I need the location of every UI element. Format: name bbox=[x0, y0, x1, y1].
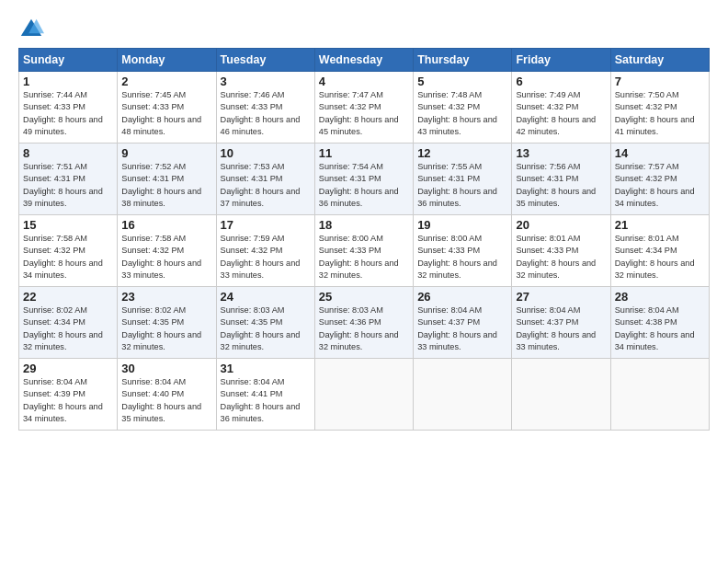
day-number: 23 bbox=[121, 290, 211, 304]
day-number: 15 bbox=[23, 218, 113, 232]
day-info: Sunrise: 7:58 AMSunset: 4:32 PMDaylight:… bbox=[121, 234, 201, 280]
day-number: 26 bbox=[417, 290, 507, 304]
day-info: Sunrise: 7:48 AMSunset: 4:32 PMDaylight:… bbox=[417, 90, 497, 136]
weekday-header-row: SundayMondayTuesdayWednesdayThursdayFrid… bbox=[19, 49, 710, 72]
day-info: Sunrise: 8:04 AMSunset: 4:37 PMDaylight:… bbox=[516, 305, 596, 351]
calendar-cell: 6 Sunrise: 7:49 AMSunset: 4:32 PMDayligh… bbox=[512, 72, 610, 144]
day-info: Sunrise: 8:04 AMSunset: 4:41 PMDaylight:… bbox=[221, 377, 301, 423]
calendar-cell: 9 Sunrise: 7:52 AMSunset: 4:31 PMDayligh… bbox=[118, 144, 216, 215]
calendar-cell: 3 Sunrise: 7:46 AMSunset: 4:33 PMDayligh… bbox=[216, 72, 314, 144]
day-number: 2 bbox=[121, 75, 211, 88]
calendar-cell: 28 Sunrise: 8:04 AMSunset: 4:38 PMDaylig… bbox=[610, 287, 709, 359]
day-info: Sunrise: 8:04 AMSunset: 4:40 PMDaylight:… bbox=[121, 377, 201, 423]
logo bbox=[18, 17, 47, 42]
calendar-cell: 31 Sunrise: 8:04 AMSunset: 4:41 PMDaylig… bbox=[216, 359, 314, 431]
day-number: 30 bbox=[121, 362, 211, 375]
day-info: Sunrise: 7:45 AMSunset: 4:33 PMDaylight:… bbox=[121, 90, 201, 136]
calendar-cell: 13 Sunrise: 7:56 AMSunset: 4:31 PMDaylig… bbox=[512, 144, 610, 215]
day-number: 20 bbox=[516, 218, 606, 232]
day-number: 12 bbox=[417, 146, 507, 160]
day-info: Sunrise: 7:49 AMSunset: 4:32 PMDaylight:… bbox=[516, 90, 596, 136]
calendar-cell bbox=[512, 359, 610, 431]
day-number: 9 bbox=[121, 146, 211, 160]
day-info: Sunrise: 7:47 AMSunset: 4:32 PMDaylight:… bbox=[319, 90, 399, 136]
calendar-cell bbox=[314, 359, 413, 431]
day-info: Sunrise: 7:54 AMSunset: 4:31 PMDaylight:… bbox=[319, 162, 399, 208]
calendar-cell: 20 Sunrise: 8:01 AMSunset: 4:33 PMDaylig… bbox=[512, 215, 610, 287]
day-info: Sunrise: 7:53 AMSunset: 4:31 PMDaylight:… bbox=[221, 162, 301, 208]
calendar-cell: 11 Sunrise: 7:54 AMSunset: 4:31 PMDaylig… bbox=[314, 144, 413, 215]
calendar-cell: 30 Sunrise: 8:04 AMSunset: 4:40 PMDaylig… bbox=[118, 359, 216, 431]
day-info: Sunrise: 8:04 AMSunset: 4:38 PMDaylight:… bbox=[615, 305, 695, 351]
calendar-cell: 23 Sunrise: 8:02 AMSunset: 4:35 PMDaylig… bbox=[118, 287, 216, 359]
calendar-cell: 14 Sunrise: 7:57 AMSunset: 4:32 PMDaylig… bbox=[610, 144, 709, 215]
day-info: Sunrise: 8:03 AMSunset: 4:36 PMDaylight:… bbox=[319, 305, 399, 351]
day-info: Sunrise: 8:02 AMSunset: 4:34 PMDaylight:… bbox=[23, 305, 103, 351]
day-info: Sunrise: 7:51 AMSunset: 4:31 PMDaylight:… bbox=[23, 162, 103, 208]
weekday-header-wednesday: Wednesday bbox=[314, 49, 413, 72]
calendar-cell: 18 Sunrise: 8:00 AMSunset: 4:33 PMDaylig… bbox=[314, 215, 413, 287]
day-number: 17 bbox=[221, 218, 311, 232]
day-number: 8 bbox=[23, 146, 113, 160]
calendar-cell: 17 Sunrise: 7:59 AMSunset: 4:32 PMDaylig… bbox=[216, 215, 314, 287]
day-number: 10 bbox=[221, 146, 311, 160]
week-row-5: 29 Sunrise: 8:04 AMSunset: 4:39 PMDaylig… bbox=[19, 359, 710, 431]
day-number: 21 bbox=[615, 218, 705, 232]
day-info: Sunrise: 7:55 AMSunset: 4:31 PMDaylight:… bbox=[417, 162, 497, 208]
header bbox=[18, 17, 710, 42]
calendar-cell: 16 Sunrise: 7:58 AMSunset: 4:32 PMDaylig… bbox=[118, 215, 216, 287]
day-info: Sunrise: 8:00 AMSunset: 4:33 PMDaylight:… bbox=[417, 234, 497, 280]
day-info: Sunrise: 7:56 AMSunset: 4:31 PMDaylight:… bbox=[516, 162, 596, 208]
day-number: 16 bbox=[121, 218, 211, 232]
day-number: 4 bbox=[319, 75, 409, 88]
day-number: 1 bbox=[23, 75, 113, 88]
calendar-cell: 10 Sunrise: 7:53 AMSunset: 4:31 PMDaylig… bbox=[216, 144, 314, 215]
day-number: 19 bbox=[417, 218, 507, 232]
day-number: 27 bbox=[516, 290, 606, 304]
day-number: 11 bbox=[319, 146, 409, 160]
calendar-cell: 29 Sunrise: 8:04 AMSunset: 4:39 PMDaylig… bbox=[19, 359, 118, 431]
calendar-cell: 8 Sunrise: 7:51 AMSunset: 4:31 PMDayligh… bbox=[19, 144, 118, 215]
calendar-cell: 21 Sunrise: 8:01 AMSunset: 4:34 PMDaylig… bbox=[610, 215, 709, 287]
logo-icon bbox=[18, 17, 44, 42]
day-number: 22 bbox=[23, 290, 113, 304]
day-number: 24 bbox=[221, 290, 311, 304]
calendar-cell: 26 Sunrise: 8:04 AMSunset: 4:37 PMDaylig… bbox=[414, 287, 512, 359]
calendar-cell: 15 Sunrise: 7:58 AMSunset: 4:32 PMDaylig… bbox=[19, 215, 118, 287]
day-info: Sunrise: 8:03 AMSunset: 4:35 PMDaylight:… bbox=[221, 305, 301, 351]
day-info: Sunrise: 7:57 AMSunset: 4:32 PMDaylight:… bbox=[615, 162, 695, 208]
weekday-header-sunday: Sunday bbox=[19, 49, 118, 72]
calendar-cell: 24 Sunrise: 8:03 AMSunset: 4:35 PMDaylig… bbox=[216, 287, 314, 359]
weekday-header-monday: Monday bbox=[118, 49, 216, 72]
calendar-cell: 27 Sunrise: 8:04 AMSunset: 4:37 PMDaylig… bbox=[512, 287, 610, 359]
calendar-cell: 25 Sunrise: 8:03 AMSunset: 4:36 PMDaylig… bbox=[314, 287, 413, 359]
calendar-cell: 22 Sunrise: 8:02 AMSunset: 4:34 PMDaylig… bbox=[19, 287, 118, 359]
weekday-header-friday: Friday bbox=[512, 49, 610, 72]
weekday-header-saturday: Saturday bbox=[610, 49, 709, 72]
weekday-header-thursday: Thursday bbox=[414, 49, 512, 72]
day-number: 3 bbox=[221, 75, 311, 88]
day-number: 31 bbox=[221, 362, 311, 375]
day-info: Sunrise: 7:46 AMSunset: 4:33 PMDaylight:… bbox=[221, 90, 301, 136]
calendar-table: SundayMondayTuesdayWednesdayThursdayFrid… bbox=[18, 48, 710, 431]
day-number: 5 bbox=[417, 75, 507, 88]
day-info: Sunrise: 7:44 AMSunset: 4:33 PMDaylight:… bbox=[23, 90, 103, 136]
day-info: Sunrise: 7:59 AMSunset: 4:32 PMDaylight:… bbox=[221, 234, 301, 280]
day-info: Sunrise: 8:01 AMSunset: 4:33 PMDaylight:… bbox=[516, 234, 596, 280]
day-info: Sunrise: 7:58 AMSunset: 4:32 PMDaylight:… bbox=[23, 234, 103, 280]
day-number: 25 bbox=[319, 290, 409, 304]
day-info: Sunrise: 7:50 AMSunset: 4:32 PMDaylight:… bbox=[615, 90, 695, 136]
calendar-cell: 19 Sunrise: 8:00 AMSunset: 4:33 PMDaylig… bbox=[414, 215, 512, 287]
weekday-header-tuesday: Tuesday bbox=[216, 49, 314, 72]
day-number: 6 bbox=[516, 75, 606, 88]
week-row-4: 22 Sunrise: 8:02 AMSunset: 4:34 PMDaylig… bbox=[19, 287, 710, 359]
day-number: 28 bbox=[615, 290, 705, 304]
day-info: Sunrise: 8:04 AMSunset: 4:39 PMDaylight:… bbox=[23, 377, 103, 423]
week-row-2: 8 Sunrise: 7:51 AMSunset: 4:31 PMDayligh… bbox=[19, 144, 710, 215]
calendar-cell: 2 Sunrise: 7:45 AMSunset: 4:33 PMDayligh… bbox=[118, 72, 216, 144]
day-number: 29 bbox=[23, 362, 113, 375]
day-info: Sunrise: 8:02 AMSunset: 4:35 PMDaylight:… bbox=[121, 305, 201, 351]
calendar-cell bbox=[610, 359, 709, 431]
calendar-cell: 4 Sunrise: 7:47 AMSunset: 4:32 PMDayligh… bbox=[314, 72, 413, 144]
page: SundayMondayTuesdayWednesdayThursdayFrid… bbox=[0, 0, 728, 563]
